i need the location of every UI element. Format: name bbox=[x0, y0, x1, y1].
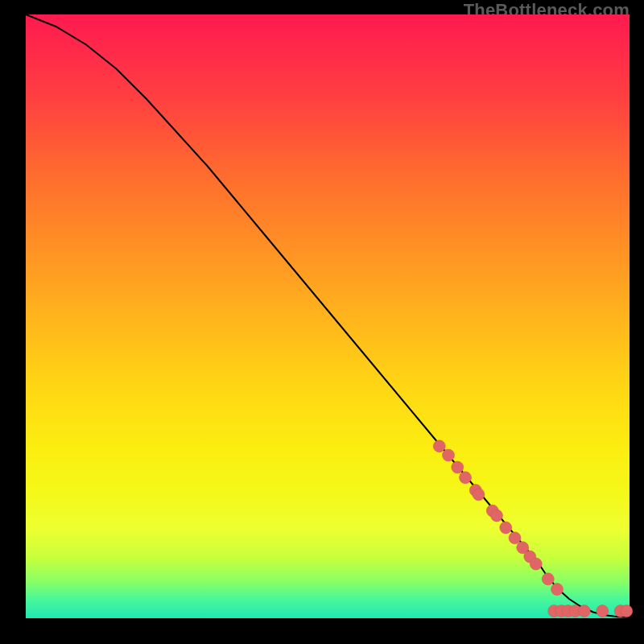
chart-curve bbox=[26, 14, 630, 617]
chart-marker bbox=[460, 472, 472, 484]
chart-marker bbox=[509, 532, 521, 544]
chart-marker bbox=[551, 584, 564, 596]
chart-marker bbox=[597, 605, 609, 617]
chart-marker bbox=[491, 510, 503, 522]
chart-overlay-svg bbox=[26, 14, 630, 618]
chart-plot-area bbox=[26, 14, 630, 618]
chart-marker bbox=[452, 461, 464, 473]
chart-marker bbox=[473, 489, 485, 501]
chart-marker bbox=[443, 449, 455, 461]
chart-marker bbox=[500, 522, 512, 534]
chart-markers-group bbox=[433, 440, 633, 617]
chart-marker bbox=[542, 573, 554, 585]
chart-marker bbox=[578, 605, 590, 617]
chart-marker bbox=[433, 440, 445, 452]
stage: TheBottleneck.com bbox=[0, 0, 644, 644]
chart-marker bbox=[621, 605, 633, 617]
chart-marker bbox=[530, 558, 542, 570]
